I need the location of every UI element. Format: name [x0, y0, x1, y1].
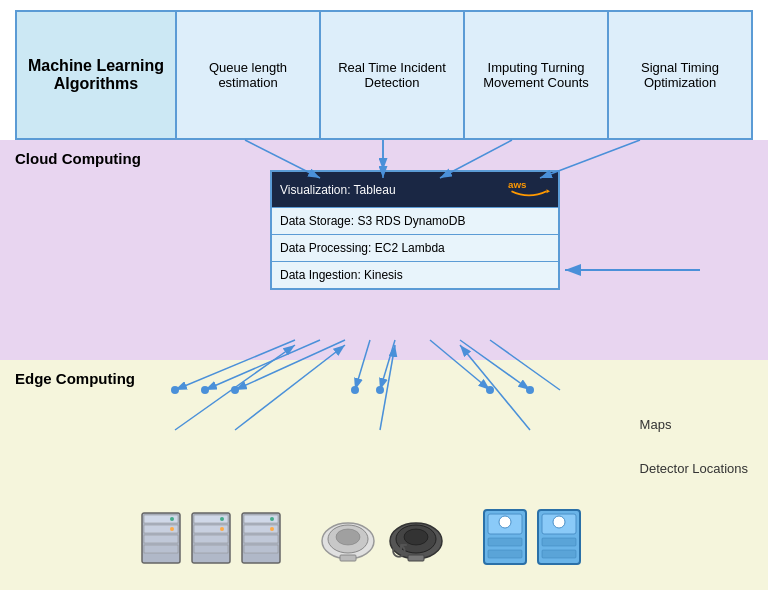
- svg-rect-6: [144, 545, 178, 553]
- svg-point-15: [220, 527, 224, 531]
- svg-point-35: [499, 516, 511, 528]
- svg-point-8: [170, 527, 174, 531]
- svg-rect-26: [340, 555, 356, 561]
- svg-point-7: [170, 517, 174, 521]
- svg-point-25: [336, 529, 360, 545]
- algo-label-0: Queue length estimation: [185, 60, 311, 90]
- svg-rect-34: [488, 550, 522, 558]
- svg-rect-38: [542, 538, 576, 546]
- svg-point-40: [553, 516, 565, 528]
- svg-rect-39: [542, 550, 576, 558]
- svg-point-14: [220, 517, 224, 521]
- svg-rect-20: [244, 545, 278, 553]
- ml-algorithms-box: Machine Learning Algorithms: [17, 12, 177, 138]
- svg-marker-1: [547, 189, 551, 193]
- edge-section: Edge Computing Maps Detector Locations: [0, 360, 768, 590]
- algo-box-2: Imputing Turning Movement Counts: [465, 12, 609, 138]
- cloud-section: Cloud Computing Visualization: Tableau a…: [0, 140, 768, 360]
- devices-row: [140, 508, 582, 570]
- server-unit-2: [190, 511, 232, 570]
- ml-title: Machine Learning Algorithms: [27, 57, 165, 93]
- algo-label-1: Real Time Incident Detection: [329, 60, 455, 90]
- detector-1: [482, 508, 528, 570]
- aws-header: Visualization: Tableau aws: [272, 172, 558, 208]
- server-unit-1: [140, 511, 182, 570]
- detector-2: [536, 508, 582, 570]
- algo-label-2: Imputing Turning Movement Counts: [473, 60, 599, 90]
- aws-row-storage: Data Storage: S3 RDS DynamoDB: [272, 208, 558, 235]
- algo-box-3: Signal Timing Optimization: [609, 12, 751, 138]
- aws-logo: aws: [508, 177, 550, 202]
- aws-row-vis-label: Visualization: Tableau: [280, 183, 396, 197]
- svg-rect-33: [488, 538, 522, 546]
- server-unit-3: [240, 511, 282, 570]
- svg-rect-5: [144, 535, 178, 543]
- cloud-label: Cloud Computing: [15, 150, 753, 167]
- edge-label: Edge Computing: [15, 370, 753, 387]
- svg-text:aws: aws: [508, 179, 527, 190]
- refresh-icon: ↺: [390, 539, 408, 565]
- maps-label: Maps: [640, 413, 748, 436]
- algo-box-0: Queue length estimation: [177, 12, 321, 138]
- svg-rect-30: [408, 555, 424, 561]
- side-labels: Maps Detector Locations: [640, 413, 748, 480]
- algo-label-3: Signal Timing Optimization: [617, 60, 743, 90]
- aws-box: Visualization: Tableau aws Data Storage:…: [270, 170, 560, 290]
- ml-section: Machine Learning Algorithms Queue length…: [15, 10, 753, 140]
- svg-rect-12: [194, 535, 228, 543]
- svg-point-21: [270, 517, 274, 521]
- svg-rect-13: [194, 545, 228, 553]
- aws-row-processing: Data Processing: EC2 Lambda: [272, 235, 558, 262]
- detector-locations-label: Detector Locations: [640, 457, 748, 480]
- aws-row-ingestion: Data Ingestion: Kinesis: [272, 262, 558, 288]
- camera-dome-1: [318, 511, 378, 570]
- svg-point-22: [270, 527, 274, 531]
- algo-box-1: Real Time Incident Detection: [321, 12, 465, 138]
- svg-rect-19: [244, 535, 278, 543]
